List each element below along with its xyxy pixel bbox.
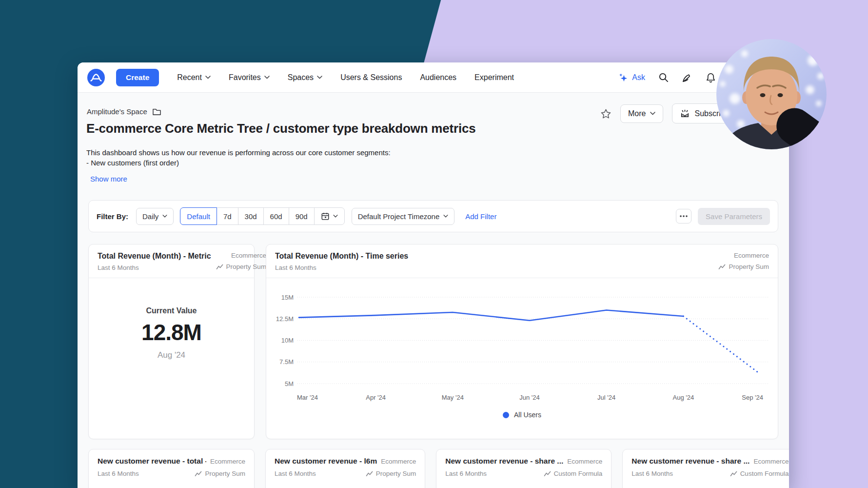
chevron-down-icon <box>443 215 448 218</box>
legend-dot <box>503 412 509 418</box>
nav-item-label: Spaces <box>288 73 314 82</box>
subscribe-tray-icon <box>680 108 690 119</box>
svg-text:Jul '24: Jul '24 <box>597 394 615 401</box>
metric-card-measure: Property Sum <box>216 263 267 270</box>
amplitude-logo-icon[interactable] <box>87 69 105 86</box>
zigzag-line-icon <box>195 471 202 477</box>
search-icon[interactable] <box>658 72 669 82</box>
app-window: Create RecentFavoritesSpacesUsers & Sess… <box>78 62 789 488</box>
save-parameters-button[interactable]: Save Parameters <box>698 208 770 225</box>
svg-text:15M: 15M <box>281 294 294 301</box>
filter-overflow-button[interactable] <box>676 209 691 224</box>
nav-item-spaces[interactable]: Spaces <box>288 73 322 82</box>
current-value: 12.8M <box>89 319 254 346</box>
zigzag-line-icon <box>718 264 726 270</box>
mini-chart-card-1[interactable]: New customer revenue - total - ... Ecomm… <box>88 449 255 488</box>
range-option-7d[interactable]: 7d <box>217 207 238 225</box>
date-range-group: Default7d30d60d90d <box>180 207 344 225</box>
pen-icon[interactable] <box>682 72 692 83</box>
mini-chart-card-4[interactable]: New customer revenue - share ... Ecommer… <box>622 449 789 488</box>
metric-card-title[interactable]: Total Revenue (Month) - Metric <box>98 252 211 261</box>
calendar-icon <box>321 212 330 221</box>
dashboard-description: This dashboard shows us how our revenue … <box>86 147 391 168</box>
svg-text:Apr '24: Apr '24 <box>366 394 386 401</box>
ellipsis-icon <box>680 215 688 217</box>
chart-card-subtitle: Last 6 Months <box>275 264 408 271</box>
mini-chart-card-3[interactable]: New customer revenue - share ... Ecommer… <box>436 449 612 488</box>
mini-card-title[interactable]: New customer revenue - l6m <box>275 457 377 466</box>
mini-card-tag: Ecommerce <box>753 458 789 465</box>
metric-card: Total Revenue (Month) - Metric Last 6 Mo… <box>88 244 255 439</box>
mini-card-subtitle: Last 6 Months <box>98 470 139 477</box>
svg-text:7.5M: 7.5M <box>279 358 294 366</box>
timezone-value: Default Project Timezone <box>358 212 440 221</box>
nav-item-users-sessions[interactable]: Users & Sessions <box>340 73 402 82</box>
description-line-1: This dashboard shows us how our revenue … <box>86 147 391 158</box>
zigzag-line-icon <box>544 471 551 477</box>
nav-item-experiment[interactable]: Experiment <box>474 73 514 82</box>
metric-card-body: Current Value 12.8M Aug '24 <box>89 278 254 360</box>
filter-by-label: Filter By: <box>97 212 128 221</box>
chart-card-measure: Property Sum <box>718 263 769 270</box>
mini-card-measure-label: Custom Formula <box>740 470 789 477</box>
zigzag-line-icon <box>730 471 737 477</box>
ask-label: Ask <box>632 73 645 82</box>
timezone-dropdown[interactable]: Default Project Timezone <box>352 208 455 225</box>
range-option-60d[interactable]: 60d <box>263 207 289 225</box>
chevron-down-icon <box>162 215 167 218</box>
add-filter-link[interactable]: Add Filter <box>465 212 496 221</box>
create-button[interactable]: Create <box>116 69 159 86</box>
webcam-avatar-photo <box>716 39 827 149</box>
range-option-90d[interactable]: 90d <box>289 207 315 225</box>
svg-text:12.5M: 12.5M <box>276 315 294 323</box>
zigzag-line-icon <box>216 264 223 270</box>
mini-card-tag: Ecommerce <box>210 458 245 465</box>
breadcrumb[interactable]: Amplitude's Space <box>87 107 161 116</box>
mini-card-title[interactable]: New customer revenue - share ... <box>445 457 563 466</box>
bottom-cards-row: New customer revenue - total - ... Ecomm… <box>88 449 778 488</box>
metric-card-tag: Ecommerce <box>216 252 267 259</box>
nav-item-favorites[interactable]: Favorites <box>229 73 270 82</box>
mini-card-tag: Ecommerce <box>567 458 602 465</box>
mini-card-title[interactable]: New customer revenue - total - ... <box>98 457 206 466</box>
chart-card-header: Total Revenue (Month) - Time series Last… <box>266 244 778 278</box>
nav-item-recent[interactable]: Recent <box>177 73 211 82</box>
star-icon[interactable] <box>600 108 612 119</box>
mini-card-measure: Custom Formula <box>544 470 603 477</box>
zigzag-line-icon <box>366 471 373 477</box>
calendar-range-button[interactable] <box>314 207 345 225</box>
nav-item-label: Experiment <box>474 73 514 82</box>
mini-card-subtitle: Last 6 Months <box>631 470 673 477</box>
range-option-default[interactable]: Default <box>180 207 217 225</box>
more-button[interactable]: More <box>620 104 663 123</box>
chevron-down-icon <box>650 112 655 115</box>
range-option-30d[interactable]: 30d <box>238 207 264 225</box>
current-value-period: Aug '24 <box>89 350 254 360</box>
chevron-down-icon <box>317 76 322 79</box>
metric-card-header: Total Revenue (Month) - Metric Last 6 Mo… <box>89 244 254 278</box>
time-series-chart[interactable]: 5M7.5M10M12.5M15MMar '24Apr '24May '24Ju… <box>266 286 778 406</box>
page-title: E-commerce Core Metric Tree / customer t… <box>86 121 475 136</box>
chart-legend[interactable]: All Users <box>266 411 778 419</box>
granularity-dropdown[interactable]: Daily <box>136 208 174 225</box>
chart-card-title[interactable]: Total Revenue (Month) - Time series <box>275 252 408 261</box>
mini-chart-card-2[interactable]: New customer revenue - l6m Ecommerce Las… <box>265 449 425 488</box>
nav-item-audiences[interactable]: Audiences <box>420 73 456 82</box>
nav-right-group: Ask <box>618 72 716 83</box>
mini-card-tag: Ecommerce <box>381 458 416 465</box>
header-controls: More Subscribe <box>600 103 737 123</box>
mini-card-title[interactable]: New customer revenue - share ... <box>631 457 750 466</box>
nav-item-label: Favorites <box>229 73 261 82</box>
bell-icon[interactable] <box>706 72 716 83</box>
chevron-down-icon <box>205 76 211 79</box>
top-nav: Create RecentFavoritesSpacesUsers & Sess… <box>78 62 789 93</box>
sparkle-icon <box>618 72 628 82</box>
chart-measure-label: Property Sum <box>729 263 769 270</box>
mini-card-measure: Property Sum <box>366 470 416 477</box>
svg-text:May '24: May '24 <box>442 394 464 401</box>
chart-card-tag: Ecommerce <box>718 252 769 259</box>
mini-card-measure-label: Property Sum <box>376 470 416 477</box>
show-more-link[interactable]: Show more <box>90 175 127 183</box>
dashboard-page: Amplitude's Space More <box>78 93 789 488</box>
ask-button[interactable]: Ask <box>618 72 645 82</box>
